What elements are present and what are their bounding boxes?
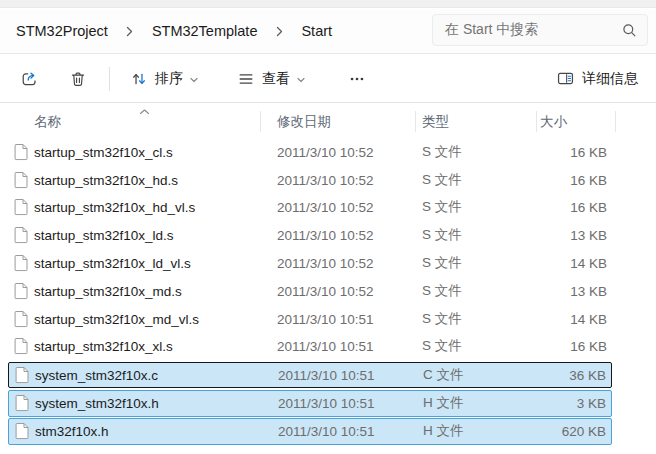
file-row[interactable]: startup_stm32f10x_cl.s 2011/3/10 10:52 S… xyxy=(8,138,612,166)
view-list-icon xyxy=(237,70,255,88)
column-header-name[interactable]: 名称 xyxy=(34,113,61,131)
file-size: 13 KB xyxy=(570,283,607,298)
file-explorer-window: STM32Project STM32Template Start 在 Start… xyxy=(0,0,656,454)
file-icon xyxy=(14,282,28,299)
search-input[interactable]: 在 Start 中搜索 xyxy=(432,14,648,46)
file-row[interactable]: startup_stm32f10x_md.s 2011/3/10 10:52 S… xyxy=(8,277,612,305)
search-placeholder: 在 Start 中搜索 xyxy=(433,21,622,39)
file-size: 36 KB xyxy=(569,368,606,383)
file-type: S 文件 xyxy=(422,254,462,272)
breadcrumb-item[interactable]: STM32Template xyxy=(146,19,264,43)
view-button-label: 查看 xyxy=(262,70,290,88)
file-row[interactable]: startup_stm32f10x_xl.s 2011/3/10 10:51 S… xyxy=(8,333,612,361)
column-separator[interactable] xyxy=(615,111,616,132)
breadcrumb-chevron-icon xyxy=(269,21,289,41)
file-icon xyxy=(14,199,28,216)
file-name: startup_stm32f10x_xl.s xyxy=(34,339,173,354)
file-icon xyxy=(15,395,29,412)
file-icon xyxy=(15,367,29,384)
more-ellipsis-icon xyxy=(348,70,366,88)
file-type: S 文件 xyxy=(422,310,462,328)
details-pane-label: 详细信息 xyxy=(582,70,638,88)
view-button[interactable]: 查看 xyxy=(229,64,314,94)
file-row[interactable]: system_stm32f10x.c 2011/3/10 10:51 C 文件 … xyxy=(8,362,612,389)
share-button[interactable] xyxy=(12,63,47,94)
file-icon xyxy=(14,338,28,355)
delete-button[interactable] xyxy=(61,64,95,94)
file-name: startup_stm32f10x_cl.s xyxy=(34,144,173,159)
sort-button[interactable]: 排序 xyxy=(122,64,207,94)
file-row[interactable]: startup_stm32f10x_ld_vl.s 2011/3/10 10:5… xyxy=(8,249,612,277)
file-name: startup_stm32f10x_md.s xyxy=(34,283,182,298)
file-icon xyxy=(14,310,28,327)
file-size: 16 KB xyxy=(570,200,607,215)
file-type: S 文件 xyxy=(422,226,462,244)
file-icon xyxy=(14,255,28,272)
file-date-modified: 2011/3/10 10:52 xyxy=(277,144,374,159)
column-header-type[interactable]: 类型 xyxy=(422,113,449,131)
file-type: S 文件 xyxy=(422,171,462,189)
file-row[interactable]: startup_stm32f10x_hd.s 2011/3/10 10:52 S… xyxy=(8,166,612,194)
column-separator[interactable] xyxy=(536,111,537,132)
file-name: startup_stm32f10x_hd.s xyxy=(34,172,178,187)
file-row[interactable]: system_stm32f10x.h 2011/3/10 10:51 H 文件 … xyxy=(8,390,612,417)
file-date-modified: 2011/3/10 10:51 xyxy=(278,368,375,383)
chevron-down-icon xyxy=(296,75,306,85)
file-row[interactable]: startup_stm32f10x_md_vl.s 2011/3/10 10:5… xyxy=(8,305,612,333)
file-type: S 文件 xyxy=(422,337,462,355)
details-pane-button[interactable]: 详细信息 xyxy=(548,63,646,94)
search-icon[interactable] xyxy=(622,23,637,38)
file-name: startup_stm32f10x_hd_vl.s xyxy=(34,200,195,215)
file-name: system_stm32f10x.c xyxy=(35,368,158,383)
file-date-modified: 2011/3/10 10:51 xyxy=(277,339,374,354)
file-size: 13 KB xyxy=(570,228,607,243)
column-header-date-modified[interactable]: 修改日期 xyxy=(277,113,331,131)
file-size: 16 KB xyxy=(570,172,607,187)
breadcrumb-item[interactable]: Start xyxy=(295,19,338,43)
share-icon xyxy=(20,69,39,88)
column-header-size[interactable]: 大小 xyxy=(540,113,567,131)
file-name: startup_stm32f10x_ld_vl.s xyxy=(34,256,191,271)
file-icon xyxy=(14,143,28,160)
toolbar-divider xyxy=(109,67,110,91)
address-bar: STM32Project STM32Template Start 在 Start… xyxy=(0,9,656,54)
file-row[interactable]: stm32f10x.h 2011/3/10 10:51 H 文件 620 KB xyxy=(8,418,612,445)
file-date-modified: 2011/3/10 10:52 xyxy=(277,200,374,215)
file-date-modified: 2011/3/10 10:51 xyxy=(277,311,374,326)
file-type: C 文件 xyxy=(423,366,464,384)
file-name: startup_stm32f10x_ld.s xyxy=(34,228,174,243)
chevron-up-icon xyxy=(139,104,150,119)
file-row[interactable]: startup_stm32f10x_hd_vl.s 2011/3/10 10:5… xyxy=(8,194,612,222)
file-name: stm32f10x.h xyxy=(35,424,109,439)
sort-button-label: 排序 xyxy=(155,70,183,88)
file-type: S 文件 xyxy=(422,143,462,161)
breadcrumb-chevron-icon xyxy=(120,21,140,41)
file-date-modified: 2011/3/10 10:51 xyxy=(278,396,375,411)
column-separator[interactable] xyxy=(415,111,416,132)
file-size: 14 KB xyxy=(570,311,607,326)
file-size: 14 KB xyxy=(570,256,607,271)
file-size: 3 KB xyxy=(577,396,606,411)
column-separator[interactable] xyxy=(260,111,261,132)
file-type: S 文件 xyxy=(422,198,462,216)
file-size: 16 KB xyxy=(570,339,607,354)
file-date-modified: 2011/3/10 10:52 xyxy=(277,256,374,271)
file-icon xyxy=(14,171,28,188)
file-icon xyxy=(14,227,28,244)
file-name: system_stm32f10x.h xyxy=(35,396,159,411)
command-bar: 排序 查看 xyxy=(0,55,656,103)
file-type: H 文件 xyxy=(423,394,464,412)
file-row[interactable]: startup_stm32f10x_ld.s 2011/3/10 10:52 S… xyxy=(8,221,612,249)
details-pane-icon xyxy=(556,69,575,88)
file-date-modified: 2011/3/10 10:52 xyxy=(277,228,374,243)
file-size: 16 KB xyxy=(570,144,607,159)
chevron-down-icon xyxy=(189,75,199,85)
trash-icon xyxy=(69,70,87,88)
file-date-modified: 2011/3/10 10:52 xyxy=(277,283,374,298)
breadcrumb-item[interactable]: STM32Project xyxy=(10,19,114,43)
column-header-row: 名称 修改日期 类型 大小 xyxy=(0,104,656,138)
more-options-button[interactable] xyxy=(340,64,374,94)
file-type: S 文件 xyxy=(422,282,462,300)
file-date-modified: 2011/3/10 10:51 xyxy=(278,424,375,439)
file-date-modified: 2011/3/10 10:52 xyxy=(277,172,374,187)
